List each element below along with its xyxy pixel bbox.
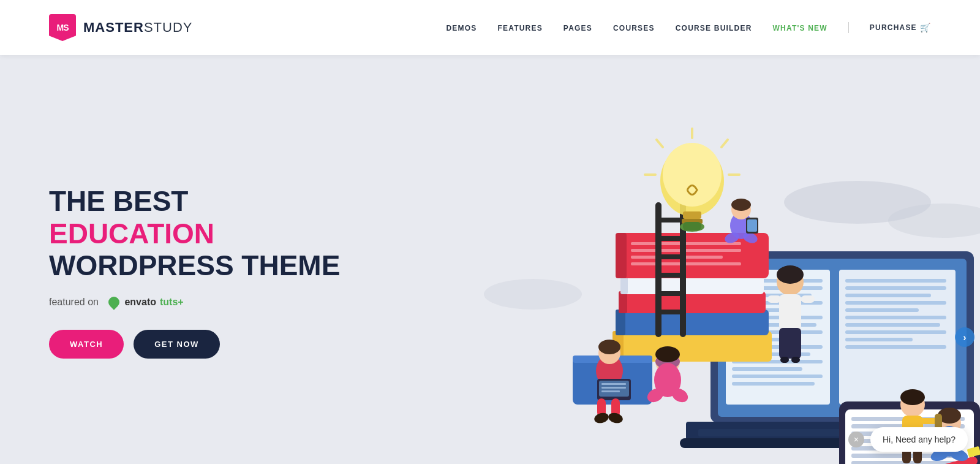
tuts-text: tuts+: [160, 297, 184, 308]
featured-prefix: featured on: [49, 297, 99, 308]
svg-point-102: [777, 265, 804, 284]
nav-links: DEMOS FEATURES PAGES COURSES COURSE BUIL…: [446, 22, 931, 33]
logo-area: MS MASTERSTUDY: [49, 14, 192, 41]
svg-rect-73: [683, 222, 701, 230]
svg-rect-29: [845, 316, 946, 319]
logo-badge: MS: [49, 14, 76, 41]
svg-rect-47: [620, 276, 764, 294]
svg-rect-50: [616, 233, 627, 278]
svg-rect-48: [620, 276, 628, 294]
nav-item-purchase[interactable]: PURCHASE 🛒: [870, 23, 931, 32]
nav-link-course-builder[interactable]: COURSE BUILDER: [676, 24, 752, 32]
envato-text: envato: [124, 297, 156, 308]
svg-rect-108: [791, 357, 800, 363]
svg-rect-46: [619, 291, 627, 313]
nav-link-features[interactable]: FEATURES: [497, 24, 542, 32]
svg-rect-25: [845, 286, 946, 290]
svg-line-68: [657, 140, 663, 147]
hero-buttons: WATCH GET NOW: [49, 330, 343, 359]
svg-line-66: [722, 140, 728, 147]
svg-rect-21: [732, 375, 823, 378]
svg-point-97: [655, 346, 680, 362]
svg-point-85: [598, 340, 620, 354]
chat-bubble: Hi, Need any help?: [870, 427, 968, 452]
svg-rect-90: [601, 390, 620, 392]
svg-rect-33: [845, 345, 946, 349]
svg-point-64: [663, 143, 722, 207]
svg-point-93: [593, 411, 609, 425]
hero-svg: › ‹: [441, 67, 980, 464]
svg-text:›: ›: [963, 332, 966, 343]
svg-rect-89: [601, 387, 626, 389]
nav-item-courses[interactable]: COURSES: [613, 22, 655, 33]
cart-icon: 🛒: [920, 23, 931, 32]
envato-leaf-icon: [107, 295, 122, 310]
purchase-label: PURCHASE: [870, 23, 917, 32]
svg-rect-58: [655, 236, 686, 241]
navbar: MS MASTERSTUDY DEMOS FEATURES PAGES COUR…: [0, 0, 980, 55]
svg-rect-43: [616, 310, 769, 335]
svg-rect-30: [845, 323, 940, 327]
hero-title: THE BEST EDUCATION WORDPRESS THEME: [49, 185, 343, 283]
svg-rect-103: [779, 294, 801, 331]
chat-message: Hi, Need any help?: [883, 435, 956, 444]
svg-rect-24: [845, 279, 946, 283]
nav-item-pages[interactable]: PAGES: [564, 22, 592, 33]
nav-divider: [848, 22, 849, 33]
nav-item-demos[interactable]: DEMOS: [446, 22, 477, 33]
logo-badge-text: MS: [57, 23, 69, 32]
svg-point-137: [900, 389, 925, 405]
nav-link-pages[interactable]: PAGES: [564, 24, 592, 32]
svg-rect-26: [845, 294, 931, 297]
svg-rect-22: [732, 382, 815, 386]
svg-rect-57: [655, 218, 686, 222]
chat-widget: × Hi, Need any help?: [848, 427, 968, 452]
nav-link-courses[interactable]: COURSES: [613, 24, 655, 32]
hero-title-highlight: EDUCATION: [49, 218, 214, 249]
svg-rect-70: [683, 211, 701, 219]
svg-rect-80: [747, 219, 757, 232]
logo-text: MASTERSTUDY: [83, 20, 192, 36]
hero-illustration: › ‹: [441, 67, 980, 464]
get-now-button[interactable]: GET NOW: [134, 330, 220, 359]
nav-item-features[interactable]: FEATURES: [497, 22, 542, 33]
svg-point-76: [731, 199, 751, 211]
svg-rect-62: [655, 310, 686, 314]
nav-item-whats-new[interactable]: WHAT'S NEW: [773, 22, 827, 33]
svg-point-3: [484, 279, 582, 310]
hero-content: THE BEST EDUCATION WORDPRESS THEME featu…: [49, 185, 343, 359]
svg-rect-28: [845, 308, 919, 312]
watch-button[interactable]: WATCH: [49, 330, 124, 359]
svg-rect-61: [655, 291, 686, 296]
svg-rect-45: [619, 291, 766, 313]
nav-link-whats-new[interactable]: WHAT'S NEW: [773, 24, 827, 32]
hero-section: THE BEST EDUCATION WORDPRESS THEME featu…: [0, 55, 980, 464]
svg-rect-32: [845, 338, 913, 341]
svg-rect-104: [779, 328, 801, 359]
svg-rect-107: [780, 357, 789, 363]
svg-point-94: [607, 411, 624, 425]
nav-link-purchase[interactable]: PURCHASE 🛒: [870, 23, 931, 32]
svg-rect-20: [732, 367, 802, 371]
svg-rect-88: [601, 383, 626, 385]
hero-title-plain: THE BEST: [49, 185, 188, 217]
svg-rect-59: [655, 254, 686, 259]
svg-rect-60: [655, 273, 686, 278]
svg-rect-31: [845, 330, 946, 334]
logo-brand-light: STUDY: [144, 20, 193, 35]
svg-rect-105: [767, 295, 781, 303]
nav-item-course-builder[interactable]: COURSE BUILDER: [676, 22, 752, 33]
featured-line: featured on envatotuts+: [49, 297, 343, 308]
nav-link-demos[interactable]: DEMOS: [446, 24, 477, 32]
hero-title-line2: WORDPRESS THEME: [49, 249, 340, 281]
svg-rect-106: [801, 295, 815, 303]
svg-rect-44: [616, 310, 625, 335]
svg-rect-27: [845, 301, 946, 305]
logo-brand-bold: MASTER: [83, 20, 144, 35]
chat-close-button[interactable]: ×: [848, 432, 864, 447]
